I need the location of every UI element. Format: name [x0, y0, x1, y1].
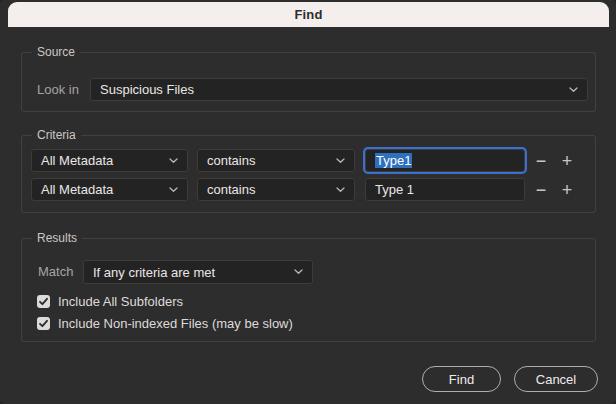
include-all-subfolders-label[interactable]: Include All Subfolders [58, 295, 183, 308]
find-dialog: Find Source Look in Suspicious Files Cri… [0, 0, 616, 404]
criteria-operator-select[interactable]: contains [197, 178, 355, 201]
selected-text: Type1 [375, 153, 412, 168]
criteria-field-select[interactable]: All Metadata [31, 178, 188, 201]
look-in-label: Look in [37, 78, 79, 101]
remove-criteria-button[interactable]: − [530, 178, 552, 201]
criteria-operator-value: contains [207, 182, 255, 197]
criteria-field-value: All Metadata [41, 153, 113, 168]
criteria-field-value: All Metadata [41, 182, 113, 197]
chevron-down-icon [336, 187, 345, 193]
include-non-indexed-label[interactable]: Include Non-indexed Files (may be slow) [58, 317, 293, 330]
chevron-down-icon [336, 158, 345, 164]
criteria-field-select[interactable]: All Metadata [31, 149, 188, 172]
add-criteria-button[interactable]: + [556, 149, 578, 172]
chevron-down-icon [169, 158, 178, 164]
checkbox-include-non-indexed[interactable] [37, 317, 50, 330]
title-bar[interactable]: Find [8, 2, 609, 27]
chevron-down-icon [569, 87, 578, 93]
checkbox-include-all-subfolders[interactable] [37, 295, 50, 308]
remove-criteria-button[interactable]: − [530, 149, 552, 172]
match-select[interactable]: If any criteria are met [83, 260, 313, 284]
find-button[interactable]: Find [422, 366, 501, 392]
chevron-down-icon [294, 269, 303, 275]
check-icon [38, 296, 49, 307]
chevron-down-icon [169, 187, 178, 193]
criteria-value-input[interactable]: Type1 [365, 149, 525, 172]
match-selected-value: If any criteria are met [93, 265, 215, 280]
criteria-operator-value: contains [207, 153, 255, 168]
match-label: Match [38, 260, 73, 283]
dialog-title: Find [294, 7, 322, 22]
check-icon [38, 318, 49, 329]
source-group-legend: Source [32, 45, 80, 59]
criteria-group: Criteria [21, 135, 596, 213]
results-group-legend: Results [32, 231, 82, 245]
criteria-group-legend: Criteria [32, 128, 81, 142]
criteria-value-text: Type 1 [375, 182, 414, 197]
cancel-button[interactable]: Cancel [514, 366, 598, 392]
look-in-select[interactable]: Suspicious Files [90, 78, 588, 101]
criteria-operator-select[interactable]: contains [197, 149, 355, 172]
look-in-selected-value: Suspicious Files [100, 82, 194, 97]
criteria-value-input[interactable]: Type 1 [365, 178, 525, 201]
add-criteria-button[interactable]: + [556, 178, 578, 201]
